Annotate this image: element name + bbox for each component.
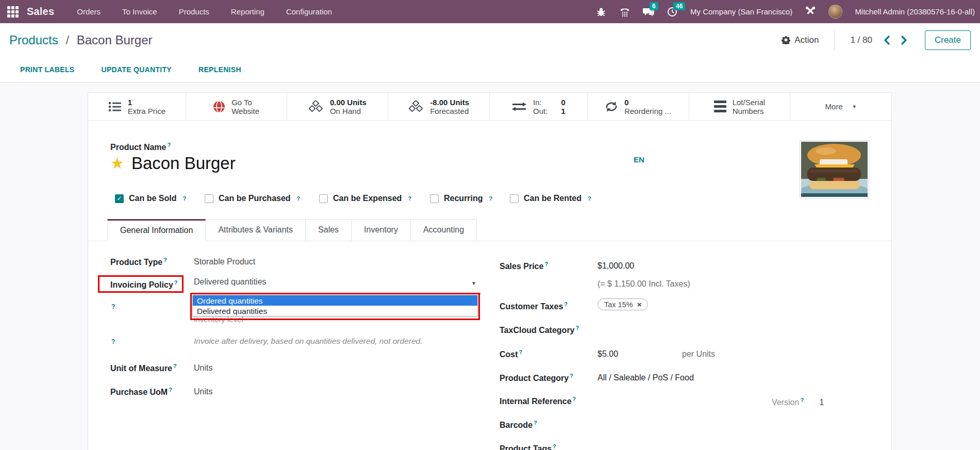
breadcrumb-separator: / bbox=[65, 33, 69, 47]
checkbox-label: Recurring bbox=[444, 194, 483, 203]
app-name[interactable]: Sales bbox=[27, 6, 54, 18]
stat-out-value: 1 bbox=[561, 107, 565, 115]
version-value: 1 bbox=[820, 398, 824, 407]
customer-taxes-label: Customer Taxes? bbox=[500, 301, 568, 311]
checkbox-can-be-sold: ✓ Can be Sold? bbox=[115, 194, 186, 203]
cost-label: Cost? bbox=[500, 349, 522, 359]
bug-icon[interactable] bbox=[595, 6, 607, 18]
product-image[interactable] bbox=[800, 140, 869, 198]
tag-close-icon[interactable]: × bbox=[637, 300, 642, 309]
checkbox[interactable] bbox=[205, 194, 213, 203]
tab-accounting[interactable]: Accounting bbox=[411, 219, 477, 241]
tab-attributes-variants[interactable]: Attributes & Variants bbox=[206, 219, 306, 241]
checkbox-label: Can be Purchased bbox=[219, 194, 291, 203]
checkbox[interactable] bbox=[430, 194, 439, 203]
menu-products[interactable]: Products bbox=[179, 7, 209, 16]
voip-phone-icon[interactable] bbox=[619, 6, 630, 18]
stat-buttons-row: 1Extra Price Go ToWebsite 0.00 UnitsOn H… bbox=[88, 93, 891, 121]
help-question-icon: ? bbox=[174, 279, 178, 286]
create-button[interactable]: Create bbox=[925, 30, 971, 50]
debug-tools-icon[interactable] bbox=[805, 6, 816, 18]
gear-icon bbox=[782, 36, 790, 44]
pager-nav bbox=[884, 35, 907, 45]
favorite-star-icon[interactable]: ★ bbox=[110, 156, 124, 171]
checkbox[interactable] bbox=[510, 194, 519, 203]
stat-lot-serial[interactable]: Lot/SerialNumbers bbox=[689, 93, 791, 120]
language-code[interactable]: EN bbox=[634, 155, 644, 164]
product-name-label: Product Name? bbox=[110, 142, 171, 152]
tab-general-information[interactable]: General Information bbox=[107, 219, 206, 241]
purchase-uom-label: Purchase UoM? bbox=[110, 387, 172, 397]
select-focus-underline bbox=[194, 293, 480, 294]
help-question-icon: ? bbox=[163, 257, 167, 263]
stat-extra-price[interactable]: 1Extra Price bbox=[88, 93, 186, 120]
stat-forecasted[interactable]: -8.00 UnitsForecasted bbox=[388, 93, 490, 120]
checkbox[interactable] bbox=[319, 194, 328, 203]
stat-label: Reordering ... bbox=[624, 107, 671, 115]
stat-more-button[interactable]: More ▼ bbox=[790, 93, 891, 120]
stat-go-to-website[interactable]: Go ToWebsite bbox=[186, 93, 287, 120]
more-label: More bbox=[825, 102, 843, 111]
taxcloud-category-label: TaxCloud Category? bbox=[500, 325, 579, 335]
sales-price-value: $1,000.00 bbox=[597, 261, 634, 271]
stat-label: Website bbox=[231, 107, 259, 115]
product-name[interactable]: Bacon Burger bbox=[131, 154, 236, 173]
messages-icon[interactable]: 6 bbox=[643, 6, 654, 18]
stat-label: Extra Price bbox=[128, 107, 165, 115]
user-menu[interactable]: Mitchell Admin (20380576-16-0-all) bbox=[855, 7, 975, 16]
help-question-icon: ? bbox=[553, 443, 556, 449]
dropdown-option-delivered[interactable]: Delivered quantities bbox=[193, 306, 477, 316]
user-avatar[interactable] bbox=[828, 5, 842, 19]
select-value: Delivered quantities bbox=[194, 277, 267, 286]
stat-label: Forecasted bbox=[430, 107, 469, 115]
tab-sales[interactable]: Sales bbox=[306, 219, 352, 241]
stat-in-out[interactable]: In:0 Out:1 bbox=[490, 93, 588, 120]
help-question-icon: ? bbox=[534, 420, 537, 426]
product-category-value: All / Saleable / PoS / Food bbox=[597, 373, 694, 382]
replenish-button[interactable]: REPLENISH bbox=[195, 65, 244, 74]
top-menu: Orders To Invoice Products Reporting Con… bbox=[77, 7, 332, 16]
stat-reordering[interactable]: 0Reordering ... bbox=[588, 93, 689, 120]
menu-reporting[interactable]: Reporting bbox=[231, 7, 264, 16]
cost-value: $5.00 bbox=[597, 349, 618, 359]
menu-to-invoice[interactable]: To Invoice bbox=[122, 7, 157, 16]
stat-on-hand[interactable]: 0.00 UnitsOn Hand bbox=[287, 93, 389, 120]
divider bbox=[834, 30, 835, 51]
update-quantity-button[interactable]: UPDATE QUANTITY bbox=[98, 65, 175, 74]
dropdown-option-ordered[interactable]: Ordered quantities bbox=[193, 295, 477, 306]
breadcrumb: Products / Bacon Burger bbox=[9, 33, 153, 47]
company-switcher[interactable]: My Company (San Francisco) bbox=[690, 7, 792, 16]
stat-value: -8.00 Units bbox=[430, 98, 469, 107]
menu-orders[interactable]: Orders bbox=[77, 7, 101, 16]
product-tags-label: Product Tags? bbox=[500, 443, 556, 450]
stat-in-value: 0 bbox=[561, 98, 565, 107]
checkbox-can-be-purchased: Can be Purchased? bbox=[205, 194, 300, 203]
chevron-left-icon[interactable] bbox=[884, 35, 890, 45]
action-menu-button[interactable]: Action bbox=[782, 35, 819, 45]
customer-tax-tag[interactable]: Tax 15% × bbox=[597, 298, 648, 310]
control-panel-right: Action 1 / 80 Create bbox=[782, 30, 971, 51]
invoicing-policy-dropdown: Ordered quantities Delivered quantities bbox=[192, 295, 478, 316]
globe-icon bbox=[213, 101, 225, 113]
menu-configuration[interactable]: Configuration bbox=[286, 7, 332, 16]
stat-in-label: In: bbox=[533, 98, 547, 107]
product-category-label: Product Category? bbox=[500, 373, 573, 383]
invoicing-policy-select[interactable]: Delivered quantities ▼ bbox=[194, 277, 480, 293]
apps-menu-icon[interactable] bbox=[7, 6, 19, 18]
notebook-tabs: General Information Attributes & Variant… bbox=[107, 219, 477, 241]
product-title: ★ Bacon Burger bbox=[110, 154, 236, 173]
chevron-right-icon[interactable] bbox=[901, 35, 907, 45]
breadcrumb-products-link[interactable]: Products bbox=[9, 33, 58, 47]
help-question-icon: ? bbox=[588, 195, 591, 202]
top-navbar: Sales Orders To Invoice Products Reporti… bbox=[0, 0, 980, 23]
product-type-value: Storable Product bbox=[194, 257, 255, 266]
caret-down-icon: ▼ bbox=[852, 104, 857, 109]
version-field: Version? 1 bbox=[772, 397, 824, 407]
purchase-uom-value: Units bbox=[194, 387, 212, 396]
checkbox[interactable]: ✓ bbox=[115, 194, 124, 203]
version-label: Version bbox=[772, 398, 799, 407]
print-labels-button[interactable]: PRINT LABELS bbox=[17, 65, 78, 74]
activities-clock-icon[interactable]: 46 bbox=[667, 6, 678, 18]
internal-reference-label: Internal Reference? bbox=[500, 396, 576, 406]
tab-inventory[interactable]: Inventory bbox=[352, 219, 411, 241]
